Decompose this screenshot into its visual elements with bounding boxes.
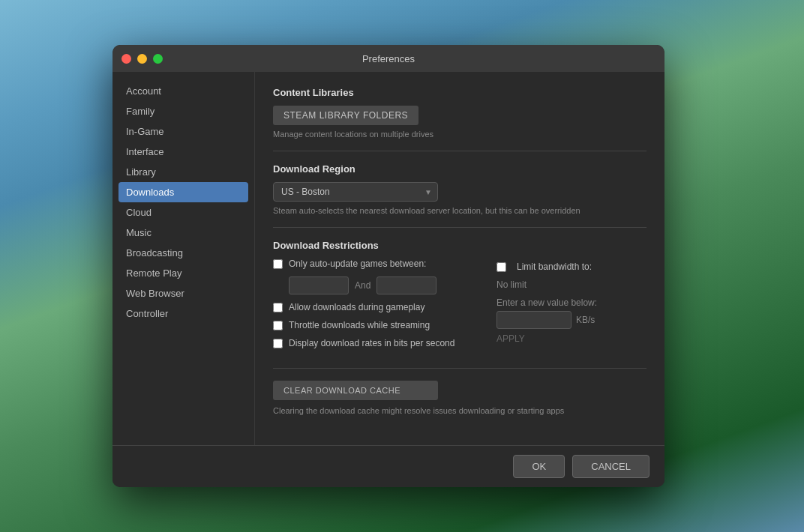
traffic-lights bbox=[122, 54, 163, 64]
main-content: Account Family In-Game Interface Library… bbox=[112, 72, 664, 445]
throttle-streaming-row: Throttle downloads while streaming bbox=[273, 320, 474, 330]
steam-library-folders-button[interactable]: STEAM LIBRARY FOLDERS bbox=[273, 106, 418, 125]
download-region-dropdown-container: US - Boston US - New York US - Chicago U… bbox=[273, 182, 438, 202]
sidebar-item-cloud[interactable]: Cloud bbox=[112, 202, 254, 223]
sidebar-item-downloads[interactable]: Downloads bbox=[118, 182, 248, 202]
sidebar-item-account[interactable]: Account bbox=[112, 81, 254, 101]
sidebar-item-interface[interactable]: Interface bbox=[112, 142, 254, 162]
time-inputs: And bbox=[289, 276, 474, 294]
ok-button[interactable]: OK bbox=[513, 455, 565, 478]
allow-gameplay-row: Allow downloads during gameplay bbox=[273, 302, 474, 312]
content-libraries-title: Content Libraries bbox=[273, 87, 646, 98]
allow-gameplay-checkbox[interactable] bbox=[273, 303, 283, 312]
throttle-streaming-checkbox[interactable] bbox=[273, 321, 283, 330]
bandwidth-checkbox[interactable] bbox=[496, 262, 506, 272]
titlebar: Preferences bbox=[112, 45, 664, 72]
clear-cache-description: Clearing the download cache might resolv… bbox=[273, 406, 646, 415]
sidebar-item-controller[interactable]: Controller bbox=[112, 303, 254, 324]
divider-1 bbox=[273, 151, 646, 151]
allow-gameplay-label: Allow downloads during gameplay bbox=[289, 302, 424, 312]
window-title: Preferences bbox=[362, 53, 415, 64]
display-bits-label: Display download rates in bits per secon… bbox=[289, 338, 454, 348]
cancel-button[interactable]: CANCEL bbox=[572, 455, 650, 478]
bandwidth-input-row: KB/s bbox=[496, 311, 646, 329]
sidebar-item-music[interactable]: Music bbox=[112, 223, 254, 243]
kbs-label: KB/s bbox=[576, 315, 595, 325]
footer: OK CANCEL bbox=[112, 445, 664, 487]
restrictions-left: Only auto-update games between: And Allo… bbox=[273, 259, 474, 356]
sidebar-item-family[interactable]: Family bbox=[112, 101, 254, 121]
bandwidth-section: Limit bandwidth to: No limit Enter a new… bbox=[496, 262, 646, 356]
sidebar-item-broadcasting[interactable]: Broadcasting bbox=[112, 243, 254, 263]
auto-update-label: Only auto-update games between: bbox=[289, 259, 426, 269]
maximize-button[interactable] bbox=[153, 54, 163, 64]
download-restrictions-title: Download Restrictions bbox=[273, 240, 646, 251]
sidebar-item-remote-play[interactable]: Remote Play bbox=[112, 263, 254, 283]
apply-button[interactable]: APPLY bbox=[496, 333, 525, 344]
content-libraries-description: Manage content locations on multiple dri… bbox=[273, 130, 646, 139]
bandwidth-checkbox-row: Limit bandwidth to: bbox=[496, 262, 646, 272]
sidebar-item-library[interactable]: Library bbox=[112, 162, 254, 182]
close-button[interactable] bbox=[122, 54, 131, 64]
enter-value-text: Enter a new value below: bbox=[496, 297, 646, 308]
display-bits-row: Display download rates in bits per secon… bbox=[273, 338, 474, 348]
preferences-window: Preferences Account Family In-Game Inter… bbox=[112, 45, 664, 487]
restrictions-section: Only auto-update games between: And Allo… bbox=[273, 259, 646, 356]
download-region-description: Steam auto-selects the nearest download … bbox=[273, 206, 646, 215]
minimize-button[interactable] bbox=[137, 54, 147, 64]
divider-2 bbox=[273, 227, 646, 228]
no-limit-text: No limit bbox=[496, 279, 646, 290]
download-region-title: Download Region bbox=[273, 163, 646, 175]
sidebar-item-web-browser[interactable]: Web Browser bbox=[112, 283, 254, 303]
bandwidth-input[interactable] bbox=[496, 311, 572, 329]
time-from-input[interactable] bbox=[289, 276, 349, 294]
and-label: And bbox=[355, 280, 370, 291]
clear-download-cache-button[interactable]: CLEAR DOWNLOAD CACHE bbox=[273, 381, 438, 400]
throttle-streaming-label: Throttle downloads while streaming bbox=[289, 320, 430, 330]
auto-update-checkbox[interactable] bbox=[273, 259, 283, 269]
content-area: Content Libraries STEAM LIBRARY FOLDERS … bbox=[255, 72, 664, 445]
download-region-select[interactable]: US - Boston US - New York US - Chicago U… bbox=[273, 182, 438, 202]
display-bits-checkbox[interactable] bbox=[273, 339, 283, 348]
divider-3 bbox=[273, 368, 646, 369]
auto-update-row: Only auto-update games between: bbox=[273, 259, 474, 269]
bandwidth-label: Limit bandwidth to: bbox=[517, 262, 592, 272]
sidebar-item-in-game[interactable]: In-Game bbox=[112, 121, 254, 142]
sidebar: Account Family In-Game Interface Library… bbox=[112, 72, 255, 445]
time-to-input[interactable] bbox=[376, 276, 436, 294]
